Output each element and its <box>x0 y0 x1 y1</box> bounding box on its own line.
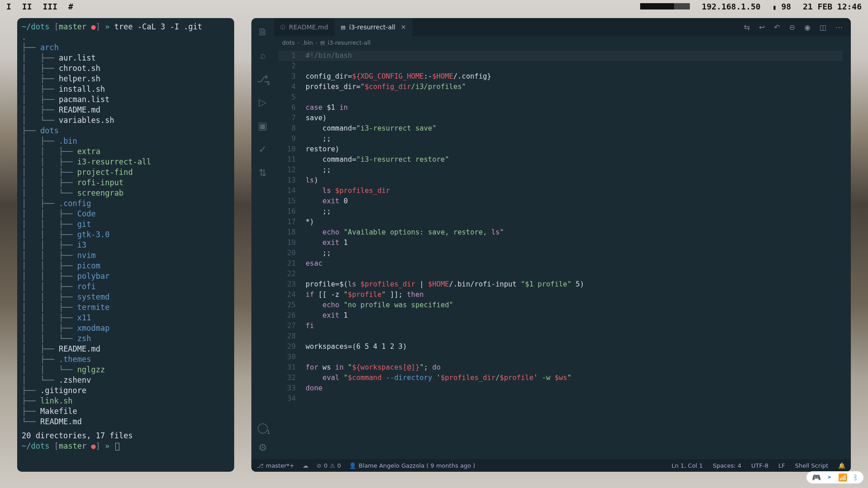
code-editor-window: 🗎 ⌕ ⎇5 ▷ ▣ ✓ ⇅ ◯1 ⚙ ⓘ README.md ▤ i3-res… <box>251 18 851 472</box>
indentation-status[interactable]: Spaces: 4 <box>713 462 741 469</box>
close-icon[interactable]: ✕ <box>401 23 406 31</box>
problems-status[interactable]: ⊘0 ⚠0 <box>316 462 341 469</box>
language-mode[interactable]: Shell Script <box>795 462 828 469</box>
eol-status[interactable]: LF <box>778 462 785 469</box>
tab-label: i3-resurrect-all <box>349 23 395 31</box>
terminal-window[interactable]: ~/dots [master ●] » tree -CaL 3 -I .git … <box>17 18 234 472</box>
notifications-bell-icon[interactable]: 🔔 <box>838 462 845 469</box>
activity-bar: 🗎 ⌕ ⎇5 ▷ ▣ ✓ ⇅ ◯1 ⚙ <box>251 18 274 459</box>
workspace-3[interactable]: III <box>43 2 58 11</box>
system-tray: 🎮 ➤ 📶 ᛒ <box>807 471 863 483</box>
shell-file-icon: ▤ <box>341 24 345 30</box>
code-area[interactable]: #!/bin/bash config_dir=${XDG_CONFIG_HOME… <box>306 51 843 459</box>
status-bar: ⎇ master*+ ☁ ⊘0 ⚠0 👤 Blame Angelo Gazzol… <box>251 459 851 472</box>
telegram-tray-icon[interactable]: ➤ <box>827 473 832 482</box>
info-icon: ⓘ <box>280 24 285 31</box>
extensions-icon[interactable]: ▣ <box>257 120 268 131</box>
accounts-icon[interactable]: ◯1 <box>257 422 268 433</box>
ip-address: 192.168.1.50 <box>702 2 760 11</box>
bluetooth-tray-icon[interactable]: ᛒ <box>854 473 858 482</box>
branch-icon: ⎇ <box>257 462 264 469</box>
encoding-status[interactable]: UTF-8 <box>751 462 769 469</box>
line-number-gutter[interactable]: 1234567891011121314151617181920212223242… <box>278 51 302 459</box>
tab-bar-actions: ⇆ ↩ ↶ ⊝ ◉ ◫ ⋯ <box>744 23 851 32</box>
chevron-right-icon: › <box>297 40 299 45</box>
terminal-tree-output: .├── arch│ ├── aur.list│ ├── chroot.sh│ … <box>22 32 230 427</box>
battery-status: ▮ 98 <box>772 2 791 11</box>
shell-file-icon: ▤ <box>320 40 325 46</box>
terminal-prompt-line: ~/dots [master ●] » tree -CaL 3 -I .git <box>22 22 230 32</box>
revert-icon[interactable]: ↶ <box>774 23 780 32</box>
git-blame-status[interactable]: 👤 Blame Angelo Gazzola ( 9 months ago ) <box>349 462 475 469</box>
go-back-icon[interactable]: ↩ <box>759 23 765 32</box>
top-bar-right: 192.168.1.50 ▮ 98 21 FEB 12:46 <box>640 2 862 11</box>
chevron-right-icon: › <box>316 40 317 45</box>
workspace-1[interactable]: I <box>6 2 11 11</box>
breadcrumb[interactable]: dots › .bin › ▤ i3-resurrect-all <box>278 36 371 49</box>
cloud-icon: ☁ <box>302 462 308 469</box>
run-debug-icon[interactable]: ▷ <box>257 97 268 108</box>
search-icon[interactable]: ⌕ <box>257 50 268 61</box>
discord-tray-icon[interactable]: 🎮 <box>812 473 821 482</box>
tab-readme[interactable]: ⓘ README.md <box>274 18 335 36</box>
more-actions-icon[interactable]: ⋯ <box>835 23 843 32</box>
error-icon: ⊘ <box>316 462 321 469</box>
git-branch-status[interactable]: ⎇ master*+ <box>257 462 294 469</box>
sync-status[interactable]: ☁ <box>302 462 308 469</box>
tab-label: README.md <box>289 23 328 31</box>
preview-icon[interactable]: ◉ <box>804 23 811 32</box>
pull-requests-icon[interactable]: ⇅ <box>257 167 268 178</box>
files-icon[interactable]: 🗎 <box>257 26 268 37</box>
tab-i3-resurrect-all[interactable]: ▤ i3-resurrect-all ✕ <box>335 18 412 36</box>
compare-icon[interactable]: ⇆ <box>744 23 750 32</box>
workspace-scratch[interactable]: # <box>68 2 73 11</box>
workspace-2[interactable]: II <box>22 2 32 11</box>
cpu-bar-icon <box>640 3 690 9</box>
warning-icon: ⚠ <box>330 462 335 469</box>
editor-tab-bar: ⓘ README.md ▤ i3-resurrect-all ✕ ⇆ ↩ ↶ ⊝… <box>274 18 851 36</box>
battery-icon: ▮ <box>772 3 776 11</box>
task-done-icon[interactable]: ✓ <box>257 144 268 155</box>
cursor-position[interactable]: Ln 1, Col 1 <box>671 462 703 469</box>
desktop-top-bar: I II III # 192.168.1.50 ▮ 98 21 FEB 12:4… <box>0 0 868 13</box>
clock: 21 FEB 12:46 <box>803 2 862 11</box>
split-editor-icon[interactable]: ◫ <box>820 23 826 32</box>
pin-icon[interactable]: ⊝ <box>789 23 795 32</box>
terminal-prompt-2[interactable]: ~/dots [master ●] » <box>22 441 230 451</box>
source-control-icon[interactable]: ⎇5 <box>257 73 268 84</box>
wifi-tray-icon[interactable]: 📶 <box>838 473 847 482</box>
person-icon: 👤 <box>349 462 356 469</box>
terminal-summary: 20 directories, 17 files <box>22 431 230 441</box>
workspace-indicators: I II III # <box>6 2 73 11</box>
settings-gear-icon[interactable]: ⚙ <box>257 442 268 453</box>
